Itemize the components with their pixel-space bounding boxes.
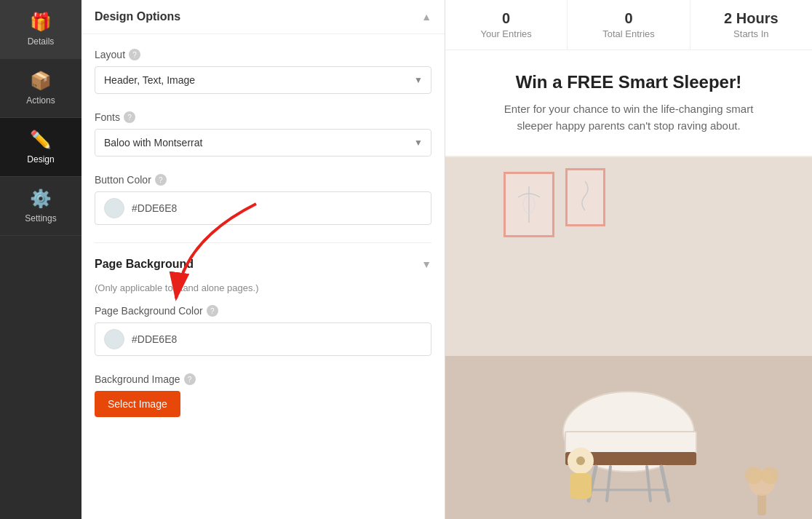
bg-image-help-icon[interactable]: ? bbox=[184, 373, 196, 385]
wall-frame-2 bbox=[565, 168, 605, 226]
stat-your-entries-value: 0 bbox=[502, 10, 510, 27]
sidebar-item-details-label: Details bbox=[28, 36, 55, 47]
gift-icon: 🎁 bbox=[30, 12, 52, 32]
wall bbox=[445, 157, 812, 356]
panel-title: Design Options bbox=[95, 10, 180, 23]
sidebar-item-design-label: Design bbox=[27, 154, 54, 165]
svg-rect-13 bbox=[757, 494, 766, 515]
frame-inner-2 bbox=[568, 170, 603, 224]
stat-your-entries: 0 Your Entries bbox=[445, 0, 568, 49]
stat-total-entries: 0 Total Entries bbox=[568, 0, 690, 49]
fonts-select-wrapper: Baloo with Montserrat ▼ bbox=[95, 129, 431, 157]
page-bg-color-group: Page Background Color ? #DDE6E8 bbox=[95, 305, 431, 356]
fonts-group: Fonts ? Baloo with Montserrat ▼ bbox=[95, 111, 431, 157]
page-bg-color-swatch[interactable] bbox=[104, 329, 124, 349]
layout-select[interactable]: Header, Text, Image bbox=[95, 66, 431, 94]
svg-line-6 bbox=[661, 467, 669, 501]
frame-inner-1 bbox=[506, 174, 552, 235]
sidebar: 🎁 Details 📦 Actions ✏️ Design ⚙️ Setting… bbox=[0, 0, 81, 519]
wall-frame-1 bbox=[503, 172, 554, 237]
page-bg-color-label: Page Background Color ? bbox=[95, 305, 431, 317]
svg-line-7 bbox=[607, 467, 610, 501]
frame-art-2 bbox=[573, 178, 598, 218]
design-options-panel: Design Options ▲ Layout ? Header, Text, … bbox=[81, 0, 445, 519]
preview-panel: 0 Your Entries 0 Total Entries 2 Hours S… bbox=[445, 0, 812, 519]
svg-rect-11 bbox=[570, 473, 592, 499]
actions-icon: 📦 bbox=[30, 71, 52, 91]
contest-title: Win a FREE Smart Sleeper! bbox=[474, 72, 783, 92]
fonts-help-icon[interactable]: ? bbox=[124, 111, 135, 123]
button-color-hex: #DDE6E8 bbox=[132, 202, 177, 214]
stats-bar: 0 Your Entries 0 Total Entries 2 Hours S… bbox=[445, 0, 812, 50]
sidebar-item-details[interactable]: 🎁 Details bbox=[0, 0, 81, 59]
sidebar-item-actions-label: Actions bbox=[26, 95, 55, 106]
page-bg-color-input[interactable]: #DDE6E8 bbox=[95, 322, 431, 356]
panel-collapse-icon[interactable]: ▲ bbox=[421, 11, 431, 23]
page-background-note: (Only applicable to stand alone pages.) bbox=[95, 282, 431, 293]
stat-total-entries-value: 0 bbox=[624, 10, 632, 27]
stat-your-entries-label: Your Entries bbox=[480, 28, 531, 39]
button-color-group: Button Color ? #DDE6E8 bbox=[95, 174, 431, 225]
page-background-header: Page Background ▼ bbox=[95, 258, 431, 271]
fonts-select[interactable]: Baloo with Montserrat bbox=[95, 129, 431, 157]
sidebar-item-actions[interactable]: 📦 Actions bbox=[0, 59, 81, 118]
svg-line-8 bbox=[647, 467, 650, 501]
page-bg-color-help-icon[interactable]: ? bbox=[207, 305, 218, 317]
layout-label: Layout ? bbox=[95, 49, 431, 60]
stat-starts-in: 2 Hours Starts In bbox=[690, 0, 812, 49]
select-image-button[interactable]: Select Image bbox=[95, 391, 180, 417]
page-background-title: Page Background bbox=[95, 258, 194, 271]
svg-point-12 bbox=[576, 456, 585, 465]
sidebar-item-design[interactable]: ✏️ Design bbox=[0, 118, 81, 177]
settings-icon: ⚙️ bbox=[30, 189, 52, 209]
bg-image-label: Background Image ? bbox=[95, 373, 431, 385]
sidebar-item-settings-label: Settings bbox=[25, 213, 56, 223]
page-background-chevron-icon[interactable]: ▼ bbox=[421, 258, 431, 270]
sidebar-item-settings[interactable]: ⚙️ Settings bbox=[0, 177, 81, 236]
bg-image-group: Background Image ? Select Image bbox=[95, 373, 431, 417]
layout-help-icon[interactable]: ? bbox=[129, 49, 140, 60]
stat-starts-in-value: 2 Hours bbox=[724, 10, 778, 27]
layout-group: Layout ? Header, Text, Image ▼ bbox=[95, 49, 431, 94]
design-icon: ✏️ bbox=[30, 130, 52, 150]
contest-preview: Win a FREE Smart Sleeper! Enter for your… bbox=[445, 50, 812, 157]
button-color-label: Button Color ? bbox=[95, 174, 431, 186]
button-color-help-icon[interactable]: ? bbox=[155, 174, 167, 186]
plant-decoration bbox=[739, 443, 783, 515]
preview-bg-image bbox=[445, 157, 812, 519]
svg-point-16 bbox=[761, 467, 779, 484]
page-bg-color-hex: #DDE6E8 bbox=[132, 333, 177, 345]
fonts-label: Fonts ? bbox=[95, 111, 431, 123]
panel-content: Layout ? Header, Text, Image ▼ Fonts ? B… bbox=[81, 34, 445, 519]
svg-point-15 bbox=[745, 467, 763, 484]
frame-art-1 bbox=[514, 183, 544, 226]
layout-select-wrapper: Header, Text, Image ▼ bbox=[95, 66, 431, 94]
contest-description: Enter for your chance to win the life-ch… bbox=[490, 101, 767, 134]
button-color-swatch[interactable] bbox=[104, 198, 124, 218]
room-background bbox=[445, 157, 812, 519]
stat-total-entries-label: Total Entries bbox=[602, 28, 655, 39]
toy-figure-svg bbox=[555, 443, 606, 515]
section-divider bbox=[95, 242, 431, 243]
panel-header: Design Options ▲ bbox=[81, 0, 445, 34]
stat-starts-in-label: Starts In bbox=[733, 28, 768, 39]
button-color-input[interactable]: #DDE6E8 bbox=[95, 191, 431, 225]
